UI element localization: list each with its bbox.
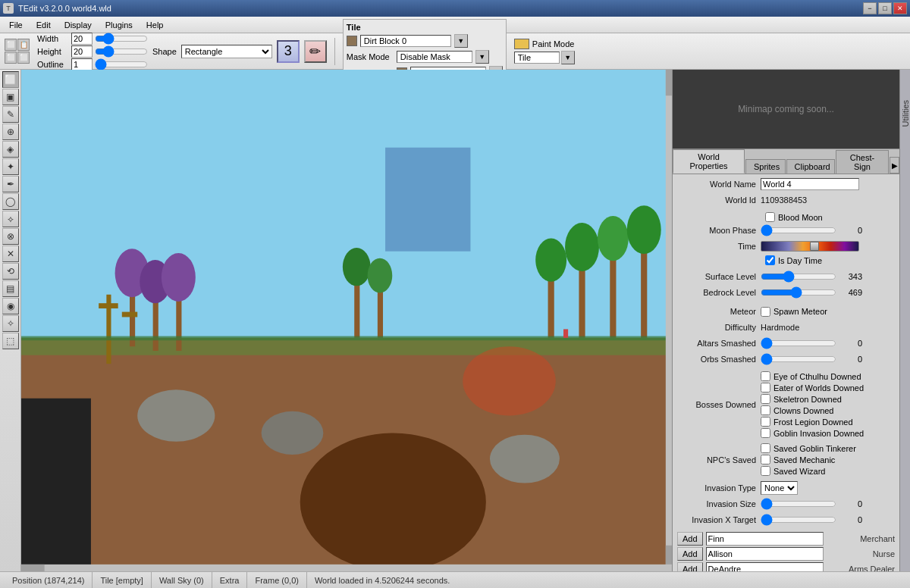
outline-input[interactable]: [71, 58, 93, 70]
frame-label: Frame: [255, 576, 279, 585]
npcs-saved-row: NPC's Saved Saved Goblin Tinkerer Saved …: [677, 443, 895, 476]
tile-select-box[interactable]: Dirt Block 0: [360, 35, 451, 47]
svg-rect-15: [641, 242, 647, 338]
saved-goblin-label: Saved Goblin Tinkerer: [774, 444, 856, 453]
close-button[interactable]: ✕: [893, 2, 907, 14]
menu-file[interactable]: File: [3, 19, 29, 31]
properties-panel[interactable]: World Name World Id 1109388453 Blood Moo…: [673, 174, 899, 571]
world-canvas[interactable]: [21, 70, 672, 571]
tab-world-properties[interactable]: World Properties: [673, 149, 745, 174]
invasion-x-value: 0: [839, 515, 862, 524]
bedrock-level-slider[interactable]: [761, 288, 836, 297]
world-name-input[interactable]: [761, 178, 859, 190]
svg-rect-11: [579, 260, 585, 338]
bosses-header-row: Bosses Downed Eye of Cthulhu Downed Eate…: [677, 371, 895, 438]
paint-mode-select[interactable]: Tile: [514, 52, 560, 64]
tab-clipboard[interactable]: Clipboard: [786, 159, 835, 174]
world-id-row: World Id 1109388453: [677, 193, 895, 207]
outline-slider[interactable]: [95, 61, 148, 68]
tab-chest-sign[interactable]: Chest-Sign: [836, 150, 890, 174]
surface-level-slider[interactable]: [761, 272, 836, 281]
tool-2[interactable]: ✎: [2, 106, 19, 123]
clowns-checkbox[interactable]: [761, 405, 770, 415]
saved-wizard-checkbox[interactable]: [761, 466, 770, 476]
npc-name-0[interactable]: [706, 532, 824, 546]
saved-goblin-checkbox[interactable]: [761, 443, 770, 453]
invasion-size-slider[interactable]: [761, 499, 836, 508]
time-slider-container[interactable]: [761, 241, 859, 252]
tool-10[interactable]: ✕: [2, 246, 19, 262]
saved-mechanic-checkbox[interactable]: [761, 455, 770, 464]
tool-8[interactable]: ⟡: [2, 211, 19, 227]
mask-mode-dropdown[interactable]: ▼: [475, 50, 489, 64]
tool-eraser[interactable]: ✏: [304, 40, 327, 63]
time-row: Time: [677, 239, 895, 253]
shape-select[interactable]: Rectangle: [181, 45, 272, 58]
is-day-label: Is Day Time: [778, 256, 822, 265]
tool-7[interactable]: ◯: [2, 193, 19, 210]
utilities-sidebar: Utilities: [899, 70, 910, 571]
tool-15[interactable]: ⬚: [2, 333, 19, 349]
maximize-button[interactable]: □: [878, 2, 892, 14]
npc-add-2[interactable]: Add: [677, 562, 703, 571]
tool-9[interactable]: ⊗: [2, 228, 19, 245]
app-icon: T: [3, 3, 14, 14]
paint-mode-dropdown[interactable]: ▼: [561, 51, 575, 64]
menu-plugins[interactable]: Plugins: [99, 19, 139, 31]
spawn-meteor-checkbox[interactable]: [761, 307, 770, 317]
svg-point-8: [490, 435, 560, 483]
menu-edit[interactable]: Edit: [30, 19, 57, 31]
moon-phase-slider[interactable]: [761, 226, 836, 235]
npc-name-2[interactable]: [706, 562, 824, 571]
tool-select[interactable]: ⬜: [2, 71, 19, 88]
orbs-slider[interactable]: [761, 355, 836, 364]
wall-section: Wall Sky (0): [152, 572, 212, 588]
tool-pencil[interactable]: 3: [277, 40, 300, 63]
tool-13[interactable]: ◉: [2, 298, 19, 314]
tile-color-box: [347, 36, 357, 46]
canvas-area[interactable]: [21, 70, 672, 571]
left-toolbar: ⬜ ▣ ✎ ⊕ ◈ ✦ ✒ ◯ ⟡ ⊗ ✕ ⟲ ▤ ◉ ✧ ⬚: [0, 70, 21, 571]
tool-1[interactable]: ▣: [2, 89, 19, 105]
menu-help[interactable]: Help: [140, 19, 170, 31]
tool-6[interactable]: ✒: [2, 176, 19, 192]
blood-moon-checkbox[interactable]: [765, 212, 775, 222]
npc-add-1[interactable]: Add: [677, 547, 703, 561]
npc-add-0[interactable]: Add: [677, 532, 703, 546]
invasion-type-select[interactable]: None: [761, 481, 798, 495]
tool-4[interactable]: ◈: [2, 141, 19, 158]
tool-14[interactable]: ✧: [2, 315, 19, 332]
frost-legion-checkbox[interactable]: [761, 417, 770, 427]
orbs-row: Orbs Smashed 0: [677, 352, 895, 366]
moon-phase-value: 0: [839, 226, 862, 235]
npc-name-1[interactable]: [706, 547, 824, 561]
mask-mode-select[interactable]: Disable Mask: [397, 51, 472, 63]
tab-sprites[interactable]: Sprites: [745, 159, 786, 174]
tool-3[interactable]: ⊕: [2, 124, 19, 140]
height-input[interactable]: [71, 45, 93, 58]
eye-cthulhu-checkbox[interactable]: [761, 371, 770, 381]
svg-rect-5: [21, 399, 91, 571]
altars-slider[interactable]: [761, 339, 836, 348]
width-slider[interactable]: [95, 35, 148, 42]
tool-5[interactable]: ✦: [2, 158, 19, 175]
goblin-invasion-checkbox[interactable]: [761, 428, 770, 438]
eater-worlds-label: Eater of Worlds Downed: [774, 383, 864, 393]
tab-arrow[interactable]: ▶: [890, 157, 899, 174]
size-fields: Width Height Outline: [37, 33, 148, 70]
tile-dropdown-btn[interactable]: ▼: [454, 34, 468, 48]
eater-worlds-checkbox[interactable]: [761, 383, 770, 393]
height-slider[interactable]: [95, 48, 148, 55]
is-day-checkbox[interactable]: [765, 255, 775, 265]
outline-label: Outline: [37, 60, 69, 69]
minimize-button[interactable]: −: [863, 2, 877, 14]
skeletron-checkbox[interactable]: [761, 394, 770, 404]
width-input[interactable]: [71, 33, 93, 45]
tool-11[interactable]: ⟲: [2, 263, 19, 280]
invasion-x-slider[interactable]: [761, 515, 836, 524]
difficulty-value: Hardmode: [761, 323, 799, 332]
utilities-label[interactable]: Utilities: [901, 100, 910, 127]
tool-12[interactable]: ▤: [2, 280, 19, 297]
menu-display[interactable]: Display: [58, 19, 98, 31]
time-slider-thumb[interactable]: [810, 242, 819, 251]
